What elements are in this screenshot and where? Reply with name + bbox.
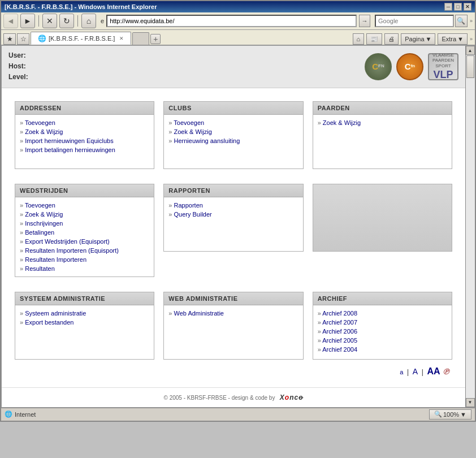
extra-button[interactable]: Extra▼ <box>438 33 468 45</box>
go-button[interactable]: → <box>359 15 370 27</box>
home-button[interactable]: ⌂ <box>81 14 96 28</box>
row-3: SYSTEEM ADMINISTRATIE Systeem administra… <box>10 287 457 364</box>
pagina-chevron: ▼ <box>426 36 432 42</box>
empty-cell-1 <box>308 179 457 282</box>
address-bar-container: e → <box>101 15 370 27</box>
zoom-button[interactable]: 🔍 100% ▼ <box>429 409 471 420</box>
zoom-chevron: ▼ <box>460 411 466 418</box>
rapporten-link-1[interactable]: Query Builder <box>168 210 298 219</box>
addressen-body: Toevoegen Zoek & Wijzig Import hernieuwi… <box>15 115 154 158</box>
scroll-up-button[interactable]: ▲ <box>466 46 475 55</box>
font-medium-button[interactable]: A <box>413 367 418 376</box>
toolbar-extra2[interactable]: » <box>470 36 473 42</box>
scrollbar[interactable]: ▲ ▼ <box>465 46 474 407</box>
favorites-add-button[interactable]: ★ <box>3 33 16 45</box>
systeem-link-0[interactable]: Systeem administratie <box>20 309 149 318</box>
addressen-section: ADDRESSEN Toevoegen Zoek & Wijzig Import… <box>15 101 154 169</box>
address-label: e <box>101 18 104 24</box>
refresh-button[interactable]: ↻ <box>59 14 74 28</box>
footer-brand: Xonco <box>278 395 304 401</box>
wedstrijden-header: WEDSTRIJDEN <box>15 184 154 197</box>
tab-main[interactable]: 🌐 [K.B.R.S.F. - F.R.B.S.E.] ✕ <box>31 32 131 45</box>
wedstrijden-link-0[interactable]: Toevoegen <box>20 201 149 210</box>
scroll-down-button[interactable]: ▼ <box>466 398 475 407</box>
wedstrijden-body: Toevoegen Zoek & Wijzig Inschrijvingen B… <box>15 197 154 276</box>
addressen-link-1[interactable]: Zoek & Wijzig <box>20 127 149 136</box>
page-header: User: Host: Level: CFN Cfn VLAAMSEPAARDE… <box>2 46 465 88</box>
tab-empty[interactable] <box>132 32 149 45</box>
content-grid: ADDRESSEN Toevoegen Zoek & Wijzig Import… <box>2 88 465 387</box>
new-tab-button[interactable]: + <box>150 34 161 44</box>
web-admin-body: Web Administratie <box>164 305 302 321</box>
font-controls: a | A | AA ℗ <box>10 364 457 379</box>
archief-link-0[interactable]: Archief 2008 <box>318 309 447 318</box>
browser-window: [K.B.R.S.F. - F.R.B.S.E.] - Windows Inte… <box>0 0 476 422</box>
rss-button[interactable]: 📰 <box>366 33 382 45</box>
status-icon: 🌐 <box>5 411 12 418</box>
rapporten-body: Rapporten Query Builder <box>164 197 302 222</box>
addressen-link-3[interactable]: Import betalingen hernieuwingen <box>20 145 149 154</box>
row-spacer-1 <box>10 174 457 179</box>
wedstrijden-link-7[interactable]: Resultaten <box>20 264 149 273</box>
address-input[interactable] <box>106 15 357 27</box>
archief-link-1[interactable]: Archief 2007 <box>318 318 447 327</box>
wedstrijden-link-2[interactable]: Inschrijvingen <box>20 219 149 228</box>
stop-button[interactable]: ✕ <box>42 14 57 28</box>
font-small-button[interactable]: a <box>400 369 403 375</box>
systeem-body: Systeem administratie Export bestanden <box>15 305 154 330</box>
pagina-label: Pagina <box>405 36 424 42</box>
addressen-link-0[interactable]: Toevoegen <box>20 118 149 127</box>
window-title: [K.B.R.S.F. - F.R.B.S.E.] - Windows Inte… <box>5 3 157 10</box>
favorites-list-button[interactable]: ☆ <box>17 33 29 45</box>
toolbar-extra[interactable]: » <box>470 18 473 24</box>
logo-orange: Cfn <box>396 53 423 80</box>
clubs-link-1[interactable]: Zoek & Wijzig <box>168 127 298 136</box>
wedstrijden-link-6[interactable]: Resultaten Importeren <box>20 255 149 264</box>
wedstrijden-link-4[interactable]: Export Wedstrijden (Equisport) <box>20 237 149 246</box>
archief-body: Archief 2008 Archief 2007 Archief 2006 A… <box>313 305 452 357</box>
scroll-track[interactable] <box>466 55 475 398</box>
zoom-icon: 🔍 <box>434 411 442 418</box>
pagina-button[interactable]: Pagina▼ <box>401 33 435 45</box>
archief-link-2[interactable]: Archief 2006 <box>318 327 447 336</box>
back-button[interactable]: ◄ <box>3 14 18 28</box>
browser-right-buttons: ⌂ 📰 🖨 Pagina▼ Extra▼ » <box>353 33 473 45</box>
paarden-section: PAARDEN Zoek & Wijzig <box>313 101 452 169</box>
archief-header: ARCHIEF <box>313 292 452 305</box>
paarden-body: Zoek & Wijzig <box>313 115 452 131</box>
separator <box>38 15 39 27</box>
home-nav-button[interactable]: ⌂ <box>353 33 365 45</box>
tab-close-button[interactable]: ✕ <box>119 36 124 41</box>
scroll-thumb[interactable] <box>466 55 474 78</box>
minimize-button[interactable]: ─ <box>444 3 452 11</box>
addressen-link-2[interactable]: Import hernieuwingen Equiclubs <box>20 136 149 145</box>
wedstrijden-link-1[interactable]: Zoek & Wijzig <box>20 210 149 219</box>
search-input[interactable] <box>375 15 454 27</box>
archief-link-3[interactable]: Archief 2005 <box>318 336 447 345</box>
clubs-link-2[interactable]: Hernieuwing aansluiting <box>168 136 298 145</box>
rapporten-link-0[interactable]: Rapporten <box>168 201 298 210</box>
clubs-link-0[interactable]: Toevoegen <box>168 118 298 127</box>
rapporten-header: RAPPORTEN <box>164 184 302 197</box>
main-content: User: Host: Level: CFN Cfn VLAAMSEPAARDE… <box>2 46 465 407</box>
level-label: Level: <box>8 72 28 83</box>
systeem-link-1[interactable]: Export bestanden <box>20 318 149 327</box>
forward-button[interactable]: ► <box>20 14 35 28</box>
archief-link-4[interactable]: Archief 2004 <box>318 345 447 354</box>
nav-toolbar: ◄ ► ✕ ↻ ⌂ e → 🔍 » <box>1 12 475 30</box>
font-large-button[interactable]: AA <box>427 366 440 376</box>
paarden-link-0[interactable]: Zoek & Wijzig <box>318 118 447 127</box>
wedstrijden-link-5[interactable]: Resultaten Importeren (Equisport) <box>20 246 149 255</box>
page-area: User: Host: Level: CFN Cfn VLAAMSEPAARDE… <box>1 45 475 408</box>
clubs-header: CLUBS <box>164 102 302 115</box>
print-button[interactable]: 🖨 <box>384 33 399 45</box>
search-button[interactable]: 🔍 <box>455 15 468 27</box>
archief-section: ARCHIEF Archief 2008 Archief 2007 Archie… <box>313 292 452 360</box>
systeem-section: SYSTEEM ADMINISTRATIE Systeem administra… <box>15 292 154 360</box>
wedstrijden-link-3[interactable]: Betalingen <box>20 228 149 237</box>
maximize-button[interactable]: □ <box>454 3 462 11</box>
web-admin-link-0[interactable]: Web Administratie <box>168 309 298 318</box>
vlp-text: VLP <box>433 69 453 81</box>
row-spacer-2 <box>10 282 457 287</box>
close-button[interactable]: ✕ <box>464 3 471 11</box>
